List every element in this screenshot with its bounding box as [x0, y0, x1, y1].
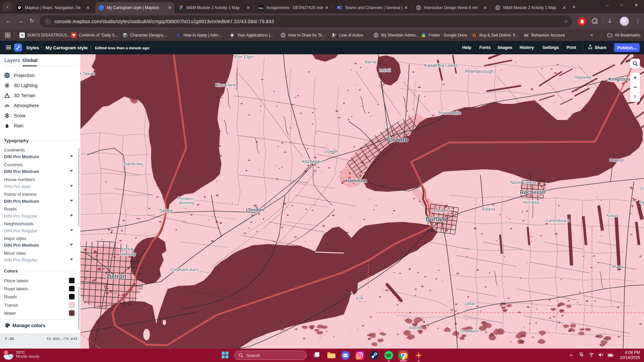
- svg-text:S: S: [177, 33, 180, 38]
- svg-text:Henrietta: Henrietta: [523, 200, 539, 205]
- svg-text:Buffalo: Buffalo: [426, 216, 446, 223]
- svg-text:Olean: Olean: [465, 301, 476, 306]
- svg-text:Plympton–: Plympton–: [178, 196, 196, 200]
- svg-text:Rochester: Rochester: [520, 189, 546, 195]
- svg-text:Napanee: Napanee: [575, 75, 592, 80]
- svg-text:Kawartha Lakes: Kawartha Lakes: [424, 63, 458, 68]
- svg-text:Kitchener: Kitchener: [302, 159, 322, 164]
- svg-text:Clinton: Clinton: [121, 247, 133, 252]
- svg-text:Chatham-Kent: Chatham-Kent: [170, 267, 199, 272]
- svg-text:Sandusky: Sandusky: [124, 161, 143, 166]
- svg-text:Wyoming: Wyoming: [179, 201, 194, 205]
- svg-text:London: London: [246, 207, 265, 213]
- svg-text:Sarnia: Sarnia: [159, 208, 173, 213]
- svg-text:Warren: Warren: [409, 325, 422, 330]
- svg-text:Barrie: Barrie: [365, 59, 377, 64]
- svg-text:Auburn: Auburn: [606, 213, 619, 218]
- svg-text:Peterborough: Peterborough: [465, 69, 494, 74]
- svg-text:Port Elgin: Port Elgin: [235, 54, 254, 59]
- svg-text:Kincardine: Kincardine: [215, 82, 236, 87]
- svg-text:Toronto: Toronto: [386, 136, 409, 143]
- svg-text:G: G: [473, 33, 476, 38]
- svg-text:Bowmanville: Bowmanville: [438, 111, 461, 115]
- svg-text:4: 4: [5, 351, 7, 355]
- svg-text:Innisfil: Innisfil: [379, 68, 391, 73]
- svg-text:Amherst: Amherst: [434, 208, 450, 213]
- svg-text:Kingston: Kingston: [608, 76, 630, 82]
- svg-text:bE: bE: [524, 33, 529, 37]
- svg-text:Guelph: Guelph: [324, 149, 338, 154]
- svg-text:Canandaigua: Canandaigua: [546, 218, 570, 223]
- svg-text:Oswego: Oswego: [609, 158, 624, 163]
- svg-text:Smethport: Smethport: [460, 329, 479, 334]
- svg-text:Detroit: Detroit: [107, 273, 126, 280]
- svg-text:Erie: Erie: [356, 296, 364, 301]
- svg-text:N: N: [21, 34, 23, 37]
- svg-text:T: T: [338, 6, 339, 9]
- svg-text:Clay: Clay: [640, 186, 644, 191]
- svg-text:Syracuse: Syracuse: [639, 200, 644, 205]
- svg-text:Batavia: Batavia: [482, 207, 495, 212]
- svg-text:Hamilton: Hamilton: [345, 178, 367, 183]
- svg-text:D2L: D2L: [258, 7, 263, 10]
- svg-text:Township: Township: [119, 252, 136, 256]
- svg-text:North Greece: North Greece: [511, 180, 537, 185]
- svg-text:East Tawas: East Tawas: [80, 71, 95, 76]
- svg-text:Ithaca: Ithaca: [611, 264, 624, 269]
